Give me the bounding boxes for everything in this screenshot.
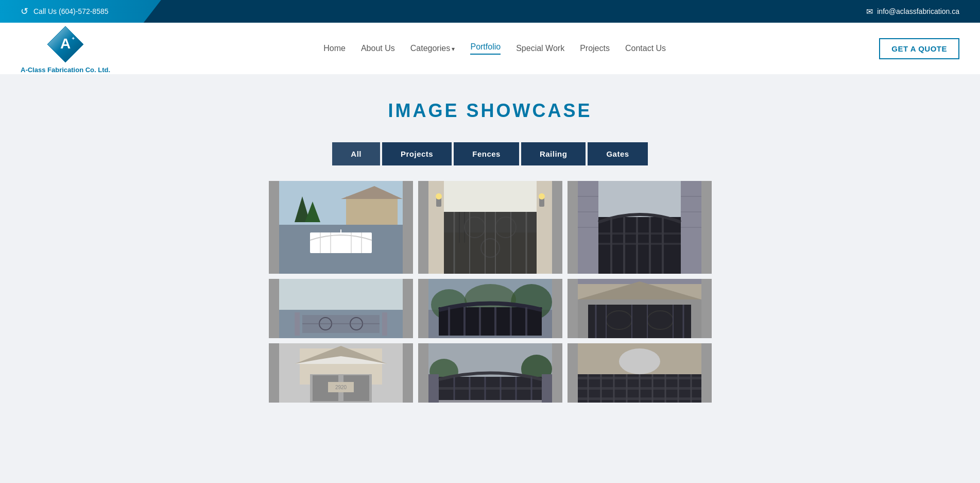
gallery-item[interactable]	[568, 279, 712, 338]
site-header: A ✦ A-Class Fabrication Co. Ltd. Home Ab…	[0, 23, 980, 74]
svg-text:✦: ✦	[71, 36, 75, 41]
main-nav: Home About Us Categories Portfolio Speci…	[323, 42, 666, 55]
nav-home[interactable]: Home	[323, 44, 346, 53]
phone-number: Call Us (604)-572-8585	[33, 7, 109, 15]
gallery-item[interactable]	[269, 279, 413, 338]
svg-rect-21	[382, 312, 387, 336]
svg-text:A: A	[60, 36, 71, 52]
gallery-item[interactable]	[418, 279, 562, 338]
svg-text:2920: 2920	[335, 385, 347, 390]
nav-projects[interactable]: Projects	[580, 44, 610, 53]
svg-rect-19	[279, 279, 403, 310]
phone-icon: ↺	[21, 6, 28, 17]
filter-all[interactable]: All	[332, 142, 380, 165]
email-address: info@aclassfabrication.ca	[877, 7, 959, 15]
gallery-item[interactable]	[418, 343, 562, 403]
filter-projects[interactable]: Projects	[382, 142, 452, 165]
nav-special-work[interactable]: Special Work	[516, 44, 564, 53]
gallery-col-3	[568, 181, 712, 403]
svg-rect-111	[619, 348, 660, 374]
logo[interactable]: A ✦ A-Class Fabrication Co. Ltd.	[21, 24, 110, 74]
gallery-item[interactable]	[568, 343, 712, 403]
filter-fences[interactable]: Fences	[454, 142, 519, 165]
email-contact: ✉ info@aclassfabrication.ca	[866, 7, 980, 16]
company-name: A-Class Fabrication Co. Ltd.	[21, 66, 110, 74]
gallery-item[interactable]	[269, 181, 413, 274]
svg-rect-38	[444, 212, 537, 274]
filter-railing[interactable]: Railing	[521, 142, 586, 165]
main-content: IMAGE SHOWCASE All Projects Fences Raili…	[0, 74, 980, 483]
svg-point-50	[436, 193, 442, 199]
gallery-col-1: 2920	[269, 181, 413, 403]
filter-gates[interactable]: Gates	[588, 142, 647, 165]
svg-rect-69	[542, 374, 552, 403]
svg-point-51	[539, 193, 545, 199]
gallery-item[interactable]	[568, 181, 712, 274]
logo-icon: A ✦	[45, 24, 86, 65]
email-icon: ✉	[866, 7, 873, 16]
get-quote-button[interactable]: GET A QUOTE	[879, 38, 959, 59]
filter-bar: All Projects Fences Railing Gates	[10, 142, 970, 165]
svg-rect-8	[346, 196, 398, 225]
gallery-item[interactable]	[418, 181, 562, 274]
gallery-item[interactable]: 2920	[269, 343, 413, 403]
svg-rect-68	[428, 374, 439, 403]
nav-portfolio[interactable]: Portfolio	[470, 42, 501, 55]
page-title: IMAGE SHOWCASE	[10, 100, 970, 122]
nav-contact[interactable]: Contact Us	[625, 44, 666, 53]
nav-about[interactable]: About Us	[361, 44, 395, 53]
svg-rect-20	[295, 312, 300, 336]
gallery-wrapper: 2920	[269, 181, 712, 403]
nav-categories[interactable]: Categories	[410, 44, 455, 53]
gallery-col-2	[418, 181, 562, 403]
svg-rect-100	[588, 305, 691, 338]
